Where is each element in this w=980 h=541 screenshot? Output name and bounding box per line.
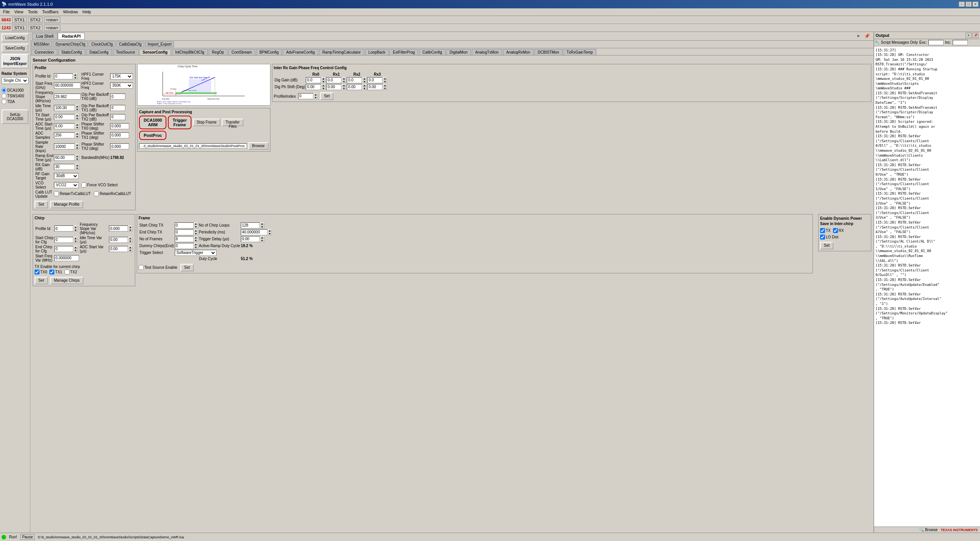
- dynamic-power-set-button[interactable]: Set: [820, 242, 834, 249]
- ramp-end-down[interactable]: ▼: [75, 158, 80, 161]
- dig-gain-rx0-up[interactable]: ▲: [321, 77, 326, 80]
- idle-time-input[interactable]: [54, 105, 75, 111]
- load-config-button[interactable]: LoadConfig: [2, 34, 29, 42]
- hpf1-select[interactable]: 175K350K: [110, 73, 133, 80]
- dummy-chirps-down[interactable]: ▼: [194, 246, 198, 249]
- adc-samples-up[interactable]: ▲: [75, 132, 80, 135]
- dca1000-radio-label[interactable]: DCA1000: [2, 88, 29, 93]
- tab-contstream[interactable]: ContStream: [228, 49, 255, 55]
- chirp-profile-id-up[interactable]: ▲: [73, 225, 78, 228]
- dig-gain-rx3-down[interactable]: ▼: [382, 80, 387, 83]
- inc-input[interactable]: [953, 40, 968, 45]
- inter-rx-set-button[interactable]: Set: [320, 93, 334, 100]
- tab-advframeconfig[interactable]: AdvFrameConfig: [283, 49, 318, 55]
- stx2-row2[interactable]: STX2: [28, 25, 43, 31]
- idle-time-down[interactable]: ▼: [75, 108, 80, 111]
- profile-id-input[interactable]: [54, 73, 73, 80]
- periodicity-down[interactable]: ▼: [267, 232, 272, 235]
- olp-tx0-input[interactable]: [110, 94, 125, 100]
- phase-tx2-input[interactable]: [110, 143, 129, 149]
- tab-regop[interactable]: RegOp: [208, 49, 228, 55]
- dig-ph-rx3-down[interactable]: ▼: [382, 87, 387, 90]
- vco-select[interactable]: VCO2: [54, 182, 79, 188]
- no-frames-down[interactable]: ▼: [194, 239, 198, 242]
- no-chirp-loops-input[interactable]: [241, 222, 260, 228]
- frame-set-button[interactable]: Set: [180, 264, 194, 271]
- tab-calibconfig[interactable]: CalibConfig: [419, 49, 445, 55]
- tab-loopback[interactable]: LoopBack: [365, 49, 388, 55]
- tab-extfilterprog[interactable]: ExtFilterProg: [389, 49, 418, 55]
- start-chirp-cfg-input[interactable]: [54, 237, 73, 243]
- dig-ph-rx1-input[interactable]: [326, 84, 342, 90]
- retain-tx-check-label[interactable]: RetainTxCalibLUT: [54, 191, 91, 196]
- menu-help[interactable]: Help: [80, 9, 94, 15]
- dig-gain-rx1-input[interactable]: [326, 77, 342, 83]
- chirp-profile-id-input[interactable]: [54, 225, 73, 231]
- tab-intchirpblk[interactable]: IntChirpBlkCtlCfg: [172, 49, 208, 55]
- ramp-end-input[interactable]: [54, 155, 75, 161]
- no-frames-input[interactable]: [175, 236, 194, 242]
- profile-index-down[interactable]: ▼: [313, 96, 318, 99]
- adc-samples-input[interactable]: [54, 132, 75, 138]
- trigger-frame-button[interactable]: TriggerFrame: [168, 116, 191, 129]
- setup-dca1000-button[interactable]: SetUpDCA1000: [2, 110, 29, 124]
- tx-start-up[interactable]: ▲: [75, 114, 80, 117]
- menu-view[interactable]: View: [12, 9, 26, 15]
- new-row1[interactable]: <new>: [44, 17, 60, 23]
- dig-ph-rx1-up[interactable]: ▲: [342, 84, 346, 87]
- tx2-check[interactable]: [65, 270, 70, 274]
- dig-ph-rx2-input[interactable]: [347, 84, 362, 90]
- tab-digitalmon[interactable]: DigitalMon: [446, 49, 471, 55]
- menu-window[interactable]: Window: [61, 9, 80, 15]
- tab-sensorconfig[interactable]: SensorConfig: [139, 49, 171, 55]
- dig-ph-rx0-down[interactable]: ▼: [321, 87, 326, 90]
- tab-ramptiming[interactable]: RampTimingCalculator: [319, 49, 364, 55]
- idle-time-var-input[interactable]: [109, 237, 128, 243]
- tab-radar-api[interactable]: RadarAPI: [58, 33, 85, 40]
- dig-gain-rx2-up[interactable]: ▲: [362, 77, 367, 80]
- dig-ph-rx1-down[interactable]: ▼: [342, 87, 346, 90]
- tx-start-input[interactable]: [54, 114, 75, 120]
- dca1000-radio[interactable]: [2, 88, 6, 93]
- tx0-check[interactable]: [35, 270, 40, 274]
- dynamic-rx-check-label[interactable]: RX: [833, 228, 844, 233]
- adc-start-down[interactable]: ▼: [75, 126, 80, 129]
- chirp-set-button[interactable]: Set: [35, 277, 48, 284]
- output-close-btn[interactable]: ×: [966, 33, 972, 38]
- dca1000-arm-button[interactable]: DCA1000ARM: [139, 116, 166, 129]
- tda-radio[interactable]: [2, 99, 6, 104]
- dynamic-rx-check[interactable]: [833, 228, 838, 233]
- exc-input[interactable]: [928, 40, 943, 45]
- tsw1400-radio-label[interactable]: TSW1400: [2, 94, 29, 99]
- dig-gain-rx1-up[interactable]: ▲: [342, 77, 346, 80]
- dig-ph-rx3-up[interactable]: ▲: [382, 84, 387, 87]
- end-chirp-cfg-down[interactable]: ▼: [73, 249, 78, 252]
- tab-analogrxmon[interactable]: AnalogRxMon: [503, 49, 534, 55]
- sample-rate-up[interactable]: ▲: [75, 143, 80, 146]
- sub-tab-mssmon[interactable]: MSSMon: [31, 41, 52, 47]
- end-chirp-tx-up[interactable]: ▲: [194, 229, 198, 232]
- olp-tx1-input[interactable]: [110, 105, 125, 111]
- close-button[interactable]: ×: [972, 2, 978, 7]
- phase-tx1-input[interactable]: [110, 132, 129, 138]
- lo-dist-check-label[interactable]: LO Dist: [820, 235, 869, 239]
- start-chirp-tx-input[interactable]: [175, 222, 194, 228]
- pause-btn[interactable]: Pause: [20, 534, 35, 540]
- end-chirp-cfg-input[interactable]: [54, 246, 73, 252]
- idle-time-var-down[interactable]: ▼: [128, 240, 132, 243]
- phase-tx0-input[interactable]: [110, 123, 129, 129]
- tx2-check-label[interactable]: TX2: [65, 270, 77, 274]
- tx0-check-label[interactable]: TX0: [35, 270, 47, 274]
- lo-dist-check[interactable]: [820, 235, 825, 239]
- tab-connection[interactable]: Connection: [31, 49, 57, 55]
- stop-frame-button[interactable]: Stop Frame: [193, 119, 220, 126]
- dig-gain-rx2-input[interactable]: [347, 77, 362, 83]
- idle-time-var-up[interactable]: ▲: [128, 237, 132, 240]
- tab-txrxgaintemp[interactable]: TxRxGainTemp: [563, 49, 597, 55]
- retain-rx-check[interactable]: [94, 191, 99, 196]
- trigger-delay-down[interactable]: ▼: [260, 239, 264, 242]
- test-source-check-label[interactable]: Test Source Enable: [138, 265, 177, 270]
- sub-tab-calibdatacfg[interactable]: CalibDataCfg: [116, 41, 144, 47]
- dummy-chirps-up[interactable]: ▲: [194, 243, 198, 246]
- trigger-select-dropdown[interactable]: SoftwareTriggerHardwareTrigger: [175, 250, 216, 256]
